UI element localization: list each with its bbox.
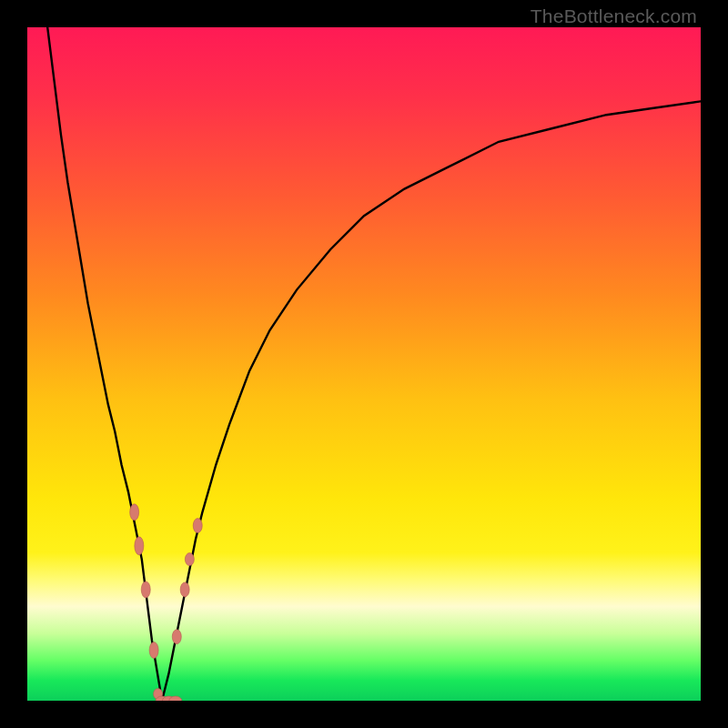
marker — [172, 630, 181, 644]
marker — [185, 553, 194, 566]
plot-area — [27, 27, 701, 701]
curve-right-branch — [162, 101, 701, 701]
outer-frame: TheBottleneck.com — [0, 0, 728, 728]
marker — [180, 582, 189, 597]
marker — [193, 519, 202, 533]
marker — [141, 581, 150, 598]
marker-group — [130, 504, 203, 701]
marker — [149, 642, 158, 659]
watermark-text: TheBottleneck.com — [531, 5, 697, 27]
curve-layer — [27, 27, 701, 701]
curve-left-branch — [47, 27, 162, 701]
marker — [130, 504, 139, 521]
marker — [135, 537, 144, 555]
